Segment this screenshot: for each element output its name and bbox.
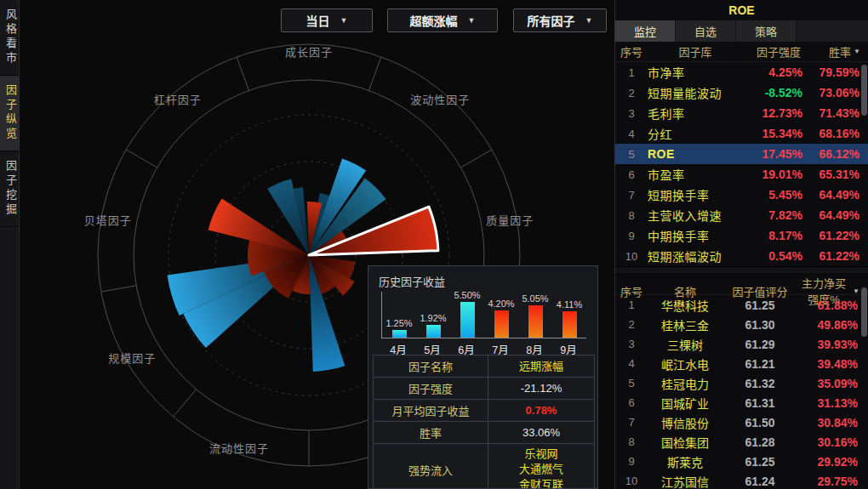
row-number: 8 — [615, 435, 648, 448]
factor-row[interactable]: 4分红15.34%68.16% — [615, 123, 868, 144]
stock-row[interactable]: 7博信股份61.5030.84% — [615, 412, 868, 432]
sidebar-item-style-market[interactable]: 风格看市 — [0, 0, 19, 76]
stock-name: 三棵树 — [648, 336, 722, 353]
win-rate-value: 66.12% — [814, 147, 868, 161]
rose-ring-tick — [174, 389, 197, 417]
chevron-down-icon: ▼ — [340, 16, 348, 25]
stock-row[interactable]: 3三棵树61.2939.93% — [615, 334, 868, 354]
inflow-stock: 大通燃气 — [488, 462, 594, 477]
factor-row[interactable]: 2短期量能波动-8.52%73.06% — [615, 82, 868, 103]
column-header[interactable]: 因子值评分 — [722, 283, 797, 299]
tooltip-bar — [528, 305, 543, 338]
factor-row[interactable]: 6市盈率19.01%65.31% — [615, 164, 868, 185]
tooltip-detail-row: 月平均因子收益0.78% — [374, 400, 594, 422]
detail-label: 因子名称 — [374, 355, 488, 377]
column-header[interactable]: 序号 — [615, 283, 648, 299]
net-buy-strength-value: 31.13% — [797, 396, 868, 410]
factor-strength-value: 8.17% — [743, 229, 814, 242]
factor-name: 市盈率 — [648, 166, 743, 183]
detail-value: 远期涨幅 — [488, 355, 594, 377]
net-buy-strength-value: 49.86% — [797, 318, 868, 332]
stock-row[interactable]: 10江苏国信61.2429.75% — [615, 471, 868, 489]
row-number: 1 — [615, 299, 648, 311]
tooltip-bar-slot: 4.20% — [485, 299, 517, 338]
tab-monitor[interactable]: 监控 — [615, 20, 675, 42]
detail-label: 胜率 — [374, 422, 488, 443]
factor-table-body: 1市净率4.25%79.59%2短期量能波动-8.52%73.06%3毛利率12… — [615, 62, 868, 266]
factor-filter-dropdown[interactable]: 所有因子 ▼ — [513, 9, 607, 32]
column-header[interactable]: 胜率▼ — [814, 43, 868, 60]
factor-row[interactable]: 3毛利率12.73%71.43% — [615, 103, 868, 123]
factor-row[interactable]: 8主营收入增速7.82%64.49% — [615, 205, 868, 225]
stock-table-body: 1华懋科技61.2561.88%2桂林三金61.3049.86%3三棵树61.2… — [615, 295, 868, 489]
stock-row[interactable]: 8国检集团61.2830.16% — [615, 432, 868, 452]
factor-name: 短期换手率 — [648, 186, 743, 203]
row-number: 6 — [615, 168, 648, 181]
stock-row[interactable]: 2桂林三金61.3049.86% — [615, 315, 868, 334]
row-number: 4 — [615, 128, 648, 140]
factor-row[interactable]: 9中期换手率8.17%61.22% — [615, 225, 868, 246]
detail-value: -21.12% — [488, 378, 594, 399]
factor-name: 中期换手率 — [648, 227, 743, 244]
win-rate-value: 61.22% — [814, 249, 868, 263]
column-header[interactable]: 因子强度 — [743, 43, 814, 60]
stock-name: 博信股份 — [648, 414, 722, 431]
factor-strength-value: 12.73% — [743, 106, 814, 120]
row-number: 2 — [615, 87, 648, 100]
column-header[interactable]: 序号 — [615, 43, 648, 60]
win-rate-value: 61.22% — [814, 229, 868, 242]
stock-row[interactable]: 1华懋科技61.2561.88% — [615, 295, 868, 315]
row-number: 5 — [615, 377, 648, 389]
stock-row[interactable]: 5桂冠电力61.3235.09% — [615, 373, 868, 393]
net-buy-strength-value: 29.92% — [797, 455, 868, 469]
tab-watchlist[interactable]: 自选 — [676, 20, 735, 42]
column-header-label: 序号 — [620, 286, 642, 299]
row-number: 7 — [615, 189, 648, 202]
chevron-down-icon: ▼ — [585, 16, 593, 25]
tab-strategy[interactable]: 策略 — [736, 20, 796, 42]
inflow-stock: 金财互联 — [488, 477, 594, 489]
factor-score-value: 61.31 — [722, 396, 797, 410]
net-buy-strength-value: 61.88% — [797, 299, 868, 312]
date-range-dropdown[interactable]: 当日 ▼ — [281, 9, 373, 32]
stock-row[interactable]: 4岷江水电61.2139.48% — [615, 354, 868, 373]
row-number: 9 — [615, 455, 648, 468]
factor-score-value: 61.25 — [722, 455, 797, 469]
factor-row[interactable]: 5ROE17.45%66.12% — [615, 144, 868, 164]
tooltip-bar — [562, 311, 577, 338]
tooltip-detail-row: 胜率33.06% — [374, 422, 594, 444]
factor-name: ROE — [648, 147, 743, 161]
sidebar-item-factor-overview[interactable]: 因子纵览 — [0, 76, 19, 151]
win-rate-value: 73.06% — [814, 86, 868, 100]
factor-row[interactable]: 1市净率4.25%79.59% — [615, 62, 868, 82]
tooltip-detail-row: 因子名称远期涨幅 — [374, 355, 594, 378]
stock-row[interactable]: 6国城矿业61.3131.13% — [615, 393, 868, 412]
column-header[interactable]: 因子库 — [648, 43, 743, 60]
bar-value-label: 5.50% — [454, 290, 480, 300]
factor-strength-value: 5.45% — [743, 188, 814, 202]
stock-name: 桂林三金 — [648, 316, 722, 333]
tooltip-title: 历史因子收益 — [379, 273, 445, 289]
win-rate-value: 65.31% — [814, 168, 868, 181]
factor-score-value: 61.25 — [722, 299, 797, 312]
stock-table-scrollbar-thumb[interactable] — [861, 287, 867, 337]
factor-row[interactable]: 7短期换手率5.45%64.49% — [615, 185, 868, 205]
factor-table-scrollbar-thumb[interactable] — [861, 65, 867, 116]
stock-table-header: 序号名称因子值评分主力净买强度%▼ — [615, 275, 868, 295]
metric-dropdown[interactable]: 超额涨幅 ▼ — [387, 9, 498, 32]
factor-score-value: 61.24 — [722, 475, 797, 488]
factor-row[interactable]: 10短期涨幅波动0.54%61.22% — [615, 246, 868, 266]
stock-row[interactable]: 9斯莱克61.2529.92% — [615, 452, 868, 471]
net-buy-strength-value: 29.75% — [797, 475, 868, 488]
row-number: 1 — [615, 66, 648, 79]
factor-name: 主营收入增速 — [648, 207, 743, 224]
factor-name: 分红 — [648, 125, 743, 142]
tooltip-bar-chart: 1.25%1.92%5.50%4.20%5.05%4.11% — [381, 292, 586, 338]
factor-strength-value: 7.82% — [743, 208, 814, 222]
factor-score-value: 61.50 — [722, 416, 797, 429]
bar-value-label: 1.92% — [420, 313, 446, 323]
row-number: 8 — [615, 209, 648, 222]
metric-dropdown-label: 超额涨幅 — [410, 12, 458, 29]
tooltip-bar-slot: 5.50% — [451, 290, 483, 338]
sidebar-item-factor-mining[interactable]: 因子挖掘 — [0, 151, 19, 227]
